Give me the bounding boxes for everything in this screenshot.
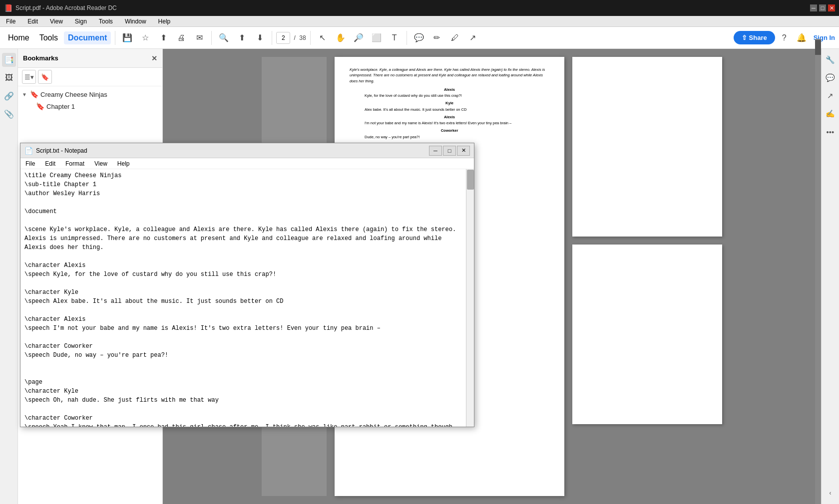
toolbar-separator-3 [272,31,272,45]
pdf-speech-3: I'm not your babe and my name is Alexis!… [365,120,534,126]
right-comment-button[interactable]: 💬 [824,71,838,85]
notepad-minimize-button[interactable]: ─ [429,146,442,156]
toolbar-separator-1 [115,31,115,45]
notepad-menu-view[interactable]: View [91,159,110,168]
nav-document[interactable]: Document [64,31,111,44]
title-bar-left: 📕 Script.pdf - Adobe Acrobat Reader DC [4,4,117,12]
notepad-menu-format[interactable]: Format [62,159,87,168]
pdf-line-1: Alexis Kyle, for the love of custard why… [350,87,549,99]
home-label: Home [8,33,29,42]
email-button[interactable]: ✉ [191,30,207,46]
pdf-character-1: Alexis [350,87,549,92]
pdf-page-right-bottom [572,245,722,424]
menu-file[interactable]: File [4,17,17,26]
pdf-line-4: Coworker Dude, no way – you're part pea?… [350,128,549,140]
menu-help[interactable]: Help [156,17,173,26]
bookmark-root-label: Creamy Cheese Ninjas [40,91,107,98]
bookmarks-panel-button[interactable]: 📑 [2,53,16,67]
share-icon: ⇧ [742,34,747,41]
notepad-scrollbar[interactable] [466,169,474,427]
zoom-tool-button[interactable]: 🔎 [351,30,367,46]
menu-edit[interactable]: Edit [25,17,40,26]
page-number-input[interactable] [276,32,290,44]
notepad-close-button[interactable]: ✕ [457,146,470,156]
pdf-page-right-top [572,57,722,237]
hand-tool-button[interactable]: ✋ [333,30,349,46]
pdf-scrollbar-thumb[interactable] [815,49,821,55]
zoom-out-button[interactable]: 🔍 [216,30,232,46]
highlight-button[interactable]: 🖊 [447,30,463,46]
print-button[interactable]: 🖨 [173,30,189,46]
menu-window[interactable]: Window [123,17,148,26]
close-bookmarks-button[interactable]: ✕ [151,54,157,62]
bookmark-options-button[interactable]: ☰▾ [22,70,36,84]
pdf-scrollbar[interactable] [815,49,821,504]
notepad-content-area [20,169,474,427]
menu-view[interactable]: View [48,17,65,26]
prev-page-button[interactable]: ⬆ [234,30,250,46]
save-button[interactable]: 💾 [119,30,135,46]
app-icon: 📕 [4,4,12,12]
close-button[interactable]: ✕ [828,4,835,11]
bookmark-chapter1-item[interactable]: 🔖 Chapter 1 [18,100,162,112]
notepad-menu-help[interactable]: Help [114,159,133,168]
pen-button[interactable]: ✏ [429,30,445,46]
pdf-scene-text: Kyle's workplace. Kyle, a colleague and … [350,67,549,84]
notepad-title: Script.txt - Notepad [36,147,87,154]
notepad-maximize-button[interactable]: □ [443,146,456,156]
next-page-button[interactable]: ⬇ [252,30,268,46]
bookmark-root-item[interactable]: ▼ 🔖 Creamy Cheese Ninjas [18,88,162,100]
pdf-character-4: Coworker [350,128,549,133]
notifications-button[interactable]: 🔔 [794,30,810,46]
share-button[interactable]: ⇧ Share [734,31,775,44]
attachments-button[interactable]: 📎 [2,107,16,121]
notepad-window: 📄 Script.txt - Notepad ─ □ ✕ File Edit F… [20,143,474,427]
right-collapse-button[interactable]: ‹ [824,486,838,500]
main-toolbar: Home Tools Document 💾 ☆ ⬆ 🖨 ✉ 🔍 ⬆ ⬇ / 38… [0,27,839,49]
notepad-menu-file[interactable]: File [22,159,38,168]
bookmarks-title: Bookmarks [23,54,58,62]
bookmark-icon: 🔖 [30,90,38,98]
menu-tools[interactable]: Tools [97,17,115,26]
comment-button[interactable]: 💬 [411,30,427,46]
maximize-button[interactable]: □ [819,4,826,11]
right-share-button[interactable]: ↗ [824,89,838,103]
notepad-window-controls: ─ □ ✕ [429,146,470,156]
pdf-pages-right [572,57,722,496]
pdf-speech-2: Alex babe. It's all about the music. It … [365,107,534,112]
notepad-menu-edit[interactable]: Edit [42,159,58,168]
pdf-character-2: Kyle [350,100,549,106]
pdf-character-3: Alexis [350,114,549,120]
right-tools-button[interactable]: 🔧 [824,53,838,67]
notepad-menu: File Edit Format View Help [20,158,474,169]
nav-home[interactable]: Home [4,31,33,44]
back-button[interactable]: ⬆ [155,30,171,46]
bookmark-toolbar-button[interactable]: ☆ [137,30,153,46]
bookmark-toggle-icon: ▼ [22,92,28,97]
cursor-tool-button[interactable]: ↖ [315,30,331,46]
bookmark-chapter1-label: Chapter 1 [46,103,75,110]
pdf-line-2: Kyle Alex babe. It's all about the music… [350,100,549,112]
layers-button[interactable]: 🔗 [2,89,16,103]
right-fill-sign-button[interactable]: ✍ [824,107,838,121]
bookmark-add-button[interactable]: 🔖 [38,70,52,84]
thumbnails-button[interactable]: 🖼 [2,71,16,85]
bookmarks-header: Bookmarks ✕ [18,49,162,68]
notepad-scrollbar-thumb[interactable] [467,170,474,190]
right-panel: 🔧 💬 ↗ ✍ ••• ‹ [821,49,839,504]
select-tool-button[interactable]: ⬜ [369,30,385,46]
share-label: Share [749,34,767,41]
right-more-button[interactable]: ••• [824,125,838,139]
help-button[interactable]: ? [779,30,790,46]
toolbar-separator-2 [211,31,212,45]
text-tool-button[interactable]: T [387,30,403,46]
menu-sign[interactable]: Sign [73,17,89,26]
share-arrows-button[interactable]: ↗ [465,30,481,46]
pdf-line-3: Alexis I'm not your babe and my name is … [350,114,549,126]
notepad-title-left: 📄 Script.txt - Notepad [24,147,87,155]
tools-label: Tools [39,33,58,42]
minimize-button[interactable]: ─ [810,4,817,11]
nav-tools[interactable]: Tools [35,31,62,44]
notepad-text-editor[interactable] [20,169,466,427]
page-count: 38 [299,34,306,41]
